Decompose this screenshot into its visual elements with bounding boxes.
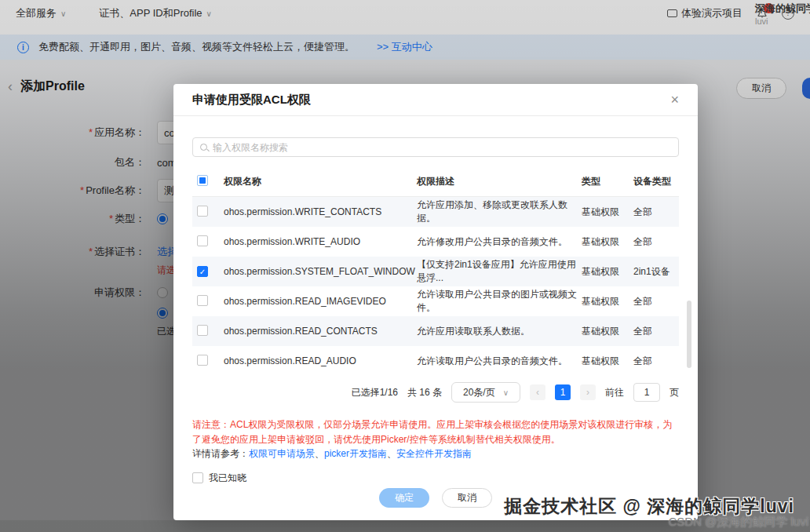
permission-type: 基础权限 [582, 295, 633, 308]
acknowledge-row: 我已知晓 [192, 472, 679, 485]
permission-name: ohos.permission.SYSTEM_FLOAT_WINDOW [224, 266, 417, 277]
row-checkbox[interactable] [197, 235, 208, 246]
modal-cancel-button[interactable]: 取消 [442, 488, 492, 508]
chevron-down-icon: ∨ [503, 388, 509, 397]
permission-type: 基础权限 [582, 206, 633, 219]
reference-label: 详情请参考： [192, 448, 249, 459]
permission-name: ohos.permission.READ_AUDIO [224, 355, 417, 366]
table-row[interactable]: ohos.permission.READ_CONTACTS 允许应用读取联系人数… [192, 316, 679, 346]
permission-desc: 【仅支持2in1设备应用】允许应用使用悬浮... [417, 258, 582, 285]
permission-name: ohos.permission.READ_CONTACTS [224, 326, 417, 337]
permission-desc: 允许读取用户公共目录的音频文件。 [417, 355, 582, 368]
permission-desc: 允许应用添加、移除或更改联系人数据。 [417, 199, 582, 225]
confirm-button[interactable]: 确定 [379, 488, 429, 508]
permission-desc: 允许应用读取联系人数据。 [417, 325, 582, 338]
watermark-corner: 深海的鲸同学 luvi [755, 2, 810, 26]
permission-name: ohos.permission.WRITE_AUDIO [224, 236, 417, 247]
permission-search-input[interactable] [213, 142, 671, 153]
link-separator: 、 [315, 448, 324, 459]
permission-type: 基础权限 [582, 265, 633, 279]
close-icon[interactable]: × [670, 93, 679, 107]
row-checkbox[interactable] [197, 325, 208, 336]
pagination-bar: 已选择1/16 共 16 条 20条/页 ∨ ‹ 1 › 前往 页 [192, 381, 679, 404]
acl-warning-text: 请注意：ACL权限为受限权限，仅部分场景允许申请使用。应用上架审核会根据您的使用… [192, 417, 679, 446]
permission-desc: 允许修改用户公共目录的音频文件。 [417, 235, 582, 249]
col-header-name: 权限名称 [224, 175, 417, 188]
table-row[interactable]: ✓ ohos.permission.SYSTEM_FLOAT_WINDOW 【仅… [192, 257, 679, 286]
table-row[interactable]: ohos.permission.WRITE_AUDIO 允许修改用户公共目录的音… [192, 227, 679, 257]
col-header-desc: 权限描述 [417, 175, 582, 188]
modal-body: 权限名称 权限描述 类型 设备类型 ohos.permission.WRITE_… [173, 137, 698, 485]
permission-search-box[interactable] [192, 137, 679, 157]
permission-name: ohos.permission.READ_IMAGEVIDEO [224, 296, 417, 307]
col-header-type: 类型 [582, 175, 633, 188]
permission-type: 基础权限 [582, 355, 633, 368]
permission-device: 全部 [633, 235, 679, 249]
current-page-button[interactable]: 1 [555, 384, 571, 400]
table-row[interactable]: ohos.permission.READ_IMAGEVIDEO 允许读取用户公共… [192, 286, 679, 316]
select-all-checkbox[interactable] [197, 175, 208, 186]
col-header-device: 设备类型 [633, 175, 679, 188]
page-size-value: 20条/页 [463, 386, 495, 399]
permission-device: 2in1设备 [633, 265, 679, 279]
permission-name: ohos.permission.WRITE_CONTACTS [224, 206, 417, 217]
row-checkbox[interactable] [197, 295, 208, 306]
reference-link[interactable]: 权限可申请场景 [249, 448, 315, 459]
watermark-corner-sub: luvi [755, 16, 810, 26]
search-icon [200, 144, 207, 151]
link-separator: 、 [387, 448, 396, 459]
reference-line: 详情请参考：权限可申请场景、picker开发指南、安全控件开发指南 [192, 446, 679, 461]
prev-page-button[interactable]: ‹ [530, 384, 545, 400]
acknowledge-label: 我已知晓 [209, 472, 246, 485]
row-checkbox[interactable] [197, 355, 208, 366]
permission-device: 全部 [633, 325, 679, 338]
permission-desc: 允许读取用户公共目录的图片或视频文件。 [417, 288, 582, 315]
table-header-row: 权限名称 权限描述 类型 设备类型 [192, 167, 679, 197]
modal-header: 申请使用受限ACL权限 × [173, 84, 698, 116]
row-checkbox[interactable] [197, 206, 208, 217]
row-checkbox[interactable]: ✓ [197, 266, 208, 277]
table-body: ohos.permission.WRITE_CONTACTS 允许应用添加、移除… [192, 197, 679, 376]
acknowledge-checkbox[interactable] [192, 472, 203, 483]
permission-device: 全部 [633, 355, 679, 368]
page-size-select[interactable]: 20条/页 ∨ [451, 382, 520, 403]
table-row[interactable]: ohos.permission.WRITE_CONTACTS 允许应用添加、移除… [192, 197, 679, 227]
acl-permission-modal: 申请使用受限ACL权限 × 权限名称 权限描述 类型 设备类型 ohos.per… [173, 84, 698, 520]
table-row[interactable]: ohos.permission.READ_AUDIO 允许读取用户公共目录的音频… [192, 346, 679, 376]
table-scrollbar[interactable] [687, 301, 691, 368]
reference-link[interactable]: 安全控件开发指南 [396, 448, 472, 459]
modal-title: 申请使用受限ACL权限 [192, 93, 311, 107]
permission-type: 基础权限 [582, 235, 633, 249]
indeterminate-mark-icon [199, 177, 206, 184]
next-page-button[interactable]: › [580, 384, 596, 400]
reference-links: 权限可申请场景、picker开发指南、安全控件开发指南 [249, 448, 472, 459]
selected-count: 已选择1/16 [352, 386, 398, 399]
total-count: 共 16 条 [407, 386, 442, 399]
permission-device: 全部 [633, 295, 679, 308]
permission-type: 基础权限 [582, 325, 633, 338]
reference-link[interactable]: picker开发指南 [324, 448, 387, 459]
app-screen: 全部服务 ∨ 证书、APP ID和Profile ∨ 体验演示项目 4 [0, 0, 810, 532]
watermark-corner-name: 深海的鲸同学 [755, 2, 810, 16]
watermark-juejin: 掘金技术社区 @ 深海的鲸同学luvi [504, 494, 794, 519]
permission-device: 全部 [633, 206, 679, 219]
goto-label: 前往 [605, 386, 624, 399]
goto-suffix: 页 [670, 386, 679, 399]
goto-page-input[interactable] [633, 383, 660, 402]
